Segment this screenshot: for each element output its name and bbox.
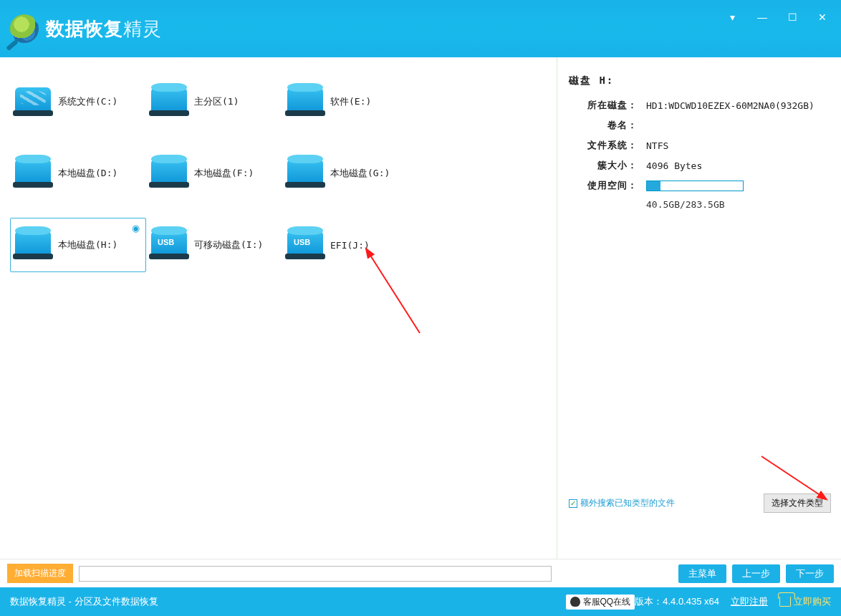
main-content: 系统文件(C:)主分区(1)软件(E:)本地磁盘(D:)本地磁盘(F:)本地磁盘… <box>0 57 841 559</box>
drive-label: 本地磁盘(G:) <box>330 167 390 180</box>
extra-search-checkbox[interactable]: ✓ 额外搜索已知类型的文件 <box>569 497 675 509</box>
extra-search-label: 额外搜索已知类型的文件 <box>580 497 675 509</box>
app-title-suffix: 精灵 <box>123 18 162 39</box>
next-step-button[interactable]: 下一步 <box>786 564 834 583</box>
info-heading: 磁盘 H: <box>569 74 831 87</box>
drive-tile[interactable]: 本地磁盘(H:) <box>10 218 146 272</box>
extra-search-row: ✓ 额外搜索已知类型的文件 选择文件类型 <box>569 494 831 513</box>
drive-tile[interactable]: 本地磁盘(D:) <box>10 146 146 201</box>
minimize-button[interactable]: — <box>754 9 771 26</box>
main-menu-button[interactable]: 主菜单 <box>678 564 726 583</box>
drive-label: 软件(E:) <box>330 95 371 108</box>
drive-tile[interactable]: 本地磁盘(G:) <box>282 146 418 201</box>
app-logo-icon <box>10 14 39 43</box>
info-label-cluster: 簇大小： <box>569 159 638 172</box>
drive-label: 可移动磁盘(I:) <box>194 239 263 251</box>
disk-drive-icon <box>287 85 325 119</box>
cart-icon <box>779 597 791 607</box>
info-value-disk: HD1:WDCWD10EZEX-60M2NA0(932GB) <box>646 100 814 111</box>
drive-label: 本地磁盘(F:) <box>194 167 254 180</box>
used-space-text: 40.5GB/283.5GB <box>646 199 831 210</box>
toolbar: 加载扫描进度 主菜单 上一步 下一步 <box>0 559 841 587</box>
select-file-type-button[interactable]: 选择文件类型 <box>764 494 831 513</box>
drive-label: 本地磁盘(D:) <box>58 167 117 180</box>
drive-tile[interactable]: 主分区(1) <box>146 74 282 129</box>
app-title-main: 数据恢复 <box>46 18 123 39</box>
info-label-disk: 所在磁盘： <box>569 99 638 112</box>
maximize-button[interactable]: ☐ <box>784 9 801 26</box>
scan-progress-input[interactable] <box>79 566 552 582</box>
qq-support-label: 客服QQ在线 <box>583 596 631 608</box>
qq-support-badge[interactable]: 客服QQ在线 <box>566 595 635 610</box>
disk-drive-icon <box>15 85 52 119</box>
drive-label: EFI(J:) <box>330 240 370 251</box>
drive-label: 本地磁盘(H:) <box>58 239 117 251</box>
disk-drive-icon <box>15 228 52 262</box>
drive-label: 系统文件(C:) <box>58 95 117 108</box>
svg-line-1 <box>761 456 821 496</box>
info-panel: 磁盘 H: 所在磁盘： HD1:WDCWD10EZEX-60M2NA0(932G… <box>557 57 841 559</box>
titlebar: 数据恢复精灵 ▾ — ☐ ✕ <box>0 0 841 57</box>
disk-drive-icon <box>151 156 188 191</box>
status-bar: 数据恢复精灵 - 分区及文件数据恢复 客服QQ在线 版本：4.4.0.435 x… <box>0 587 841 616</box>
drive-tile[interactable]: 本地磁盘(F:) <box>146 146 282 201</box>
usb-drive-icon: USB <box>287 228 325 262</box>
prev-step-button[interactable]: 上一步 <box>732 564 780 583</box>
dropdown-icon[interactable]: ▾ <box>724 9 741 26</box>
close-button[interactable]: ✕ <box>814 9 831 26</box>
drive-tile[interactable]: 软件(E:) <box>282 74 418 129</box>
disk-drive-icon <box>15 156 52 191</box>
drive-tile[interactable]: 系统文件(C:) <box>10 74 146 129</box>
register-link[interactable]: 立即注册 <box>731 595 768 608</box>
version-text: 版本：4.4.0.435 x64 <box>635 595 719 608</box>
qq-icon <box>570 597 580 607</box>
info-label-fs: 文件系统： <box>569 139 638 152</box>
status-text: 数据恢复精灵 - 分区及文件数据恢复 <box>10 595 566 608</box>
buy-now-link[interactable]: 立即购买 <box>779 595 831 608</box>
checkbox-icon: ✓ <box>569 499 577 508</box>
window-controls: ▾ — ☐ ✕ <box>724 9 831 26</box>
info-label-volume: 卷名： <box>569 119 638 132</box>
disk-drive-icon <box>151 85 188 119</box>
usb-drive-icon: USB <box>151 228 188 262</box>
info-label-used: 使用空间： <box>569 179 638 192</box>
drive-tile[interactable]: USB可移动磁盘(I:) <box>146 218 282 272</box>
info-value-cluster: 4096 Bytes <box>646 160 702 171</box>
load-scan-progress-button[interactable]: 加载扫描进度 <box>7 564 73 583</box>
drive-tile[interactable]: USBEFI(J:) <box>282 218 418 272</box>
buy-now-label: 立即购买 <box>794 595 831 608</box>
drive-grid: 系统文件(C:)主分区(1)软件(E:)本地磁盘(D:)本地磁盘(F:)本地磁盘… <box>0 57 557 559</box>
used-space-bar <box>646 181 744 191</box>
app-title: 数据恢复精灵 <box>46 16 162 42</box>
disk-drive-icon <box>287 156 325 191</box>
drive-label: 主分区(1) <box>194 95 239 108</box>
info-value-fs: NTFS <box>646 140 668 151</box>
